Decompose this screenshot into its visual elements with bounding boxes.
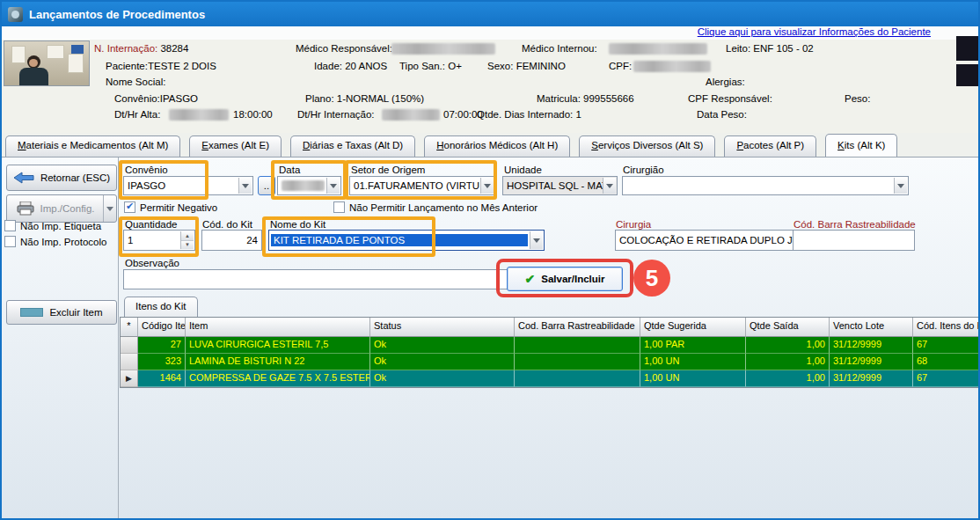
nao-imp-protocolo-checkbox[interactable]: Não Imp. Protocolo <box>4 236 106 247</box>
check-icon: ✔ <box>525 272 536 286</box>
nao-permitir-mes-checkbox[interactable]: Não Permitir Lançamento no Mês Anterior <box>333 201 538 213</box>
sexo: Sexo: FEMININO <box>487 61 566 71</box>
nao-imp-etiqueta-checkbox[interactable]: Não Imp. Etiqueta <box>4 220 101 231</box>
grid-column-header[interactable]: Item <box>186 318 370 337</box>
convenio-combo[interactable]: IPASGO <box>123 176 253 195</box>
matricula: Matricula: 999555666 <box>537 93 634 104</box>
photo-person-face <box>29 59 38 67</box>
photo-person-body <box>19 68 48 86</box>
cod-barra-label: Cód. Barra Rastreabilidade <box>794 219 916 230</box>
quantidade-stepper[interactable]: 1 ▲▼ <box>123 230 195 251</box>
window: Lançamentos de Procedimentos Clique aqui… <box>0 0 980 520</box>
cpf-label: CPF: <box>609 61 632 71</box>
data-label: Data <box>279 165 300 175</box>
imprimir-dropdown[interactable] <box>103 195 116 222</box>
row-selector-arrow[interactable]: ▶ <box>121 370 138 387</box>
tab-honor-rios-m-dicos-alt-h[interactable]: Honorários Médicos (Alt H) <box>424 135 570 157</box>
cpf-responsavel-label: CPF Responsável: <box>688 93 772 104</box>
grid-column-header[interactable]: Cod. Barra Rastreabilidade <box>515 318 640 337</box>
redacted-dthr-internacao <box>382 109 440 121</box>
stepper-arrows[interactable]: ▲▼ <box>180 231 194 249</box>
grid-selector-header[interactable]: * <box>121 318 138 337</box>
cell-qtde_saida: 1,00 <box>746 370 830 387</box>
tab-exames-alt-e[interactable]: Exames (Alt E) <box>189 135 282 157</box>
tab-materiais-e-medicamentos-alt-m[interactable]: Materiais e Medicamentos (Alt M) <box>5 135 180 157</box>
table-row[interactable]: 27LUVA CIRURGICA ESTERIL 7,5Ok1,00 PAR1,… <box>121 337 980 354</box>
cell-status: Ok <box>370 354 515 370</box>
n-internacao: N. Internação: 38284 <box>94 43 188 54</box>
excluir-item-button[interactable]: Excluir Item <box>6 300 117 325</box>
chevron-down-icon[interactable] <box>326 178 340 194</box>
redacted-dthr-alta <box>169 109 229 121</box>
grid-header-row: *Código ItemItemStatusCod. Barra Rastrea… <box>121 318 980 337</box>
cod-barra-input[interactable] <box>793 230 915 251</box>
salvar-incluir-button[interactable]: ✔ Salvar/Incluir <box>507 267 623 291</box>
quantidade-label: Quantidade <box>125 219 177 230</box>
titlebar: Lançamentos de Procedimentos <box>2 2 978 26</box>
dthr-alta-label: Dt/Hr Alta: <box>114 109 160 120</box>
patient-info-link[interactable]: Clique aqui para visualizar Informações … <box>698 26 931 37</box>
cell-qtde_saida: 1,00 <box>746 354 830 370</box>
grid-column-header[interactable]: Qtde Sugerida <box>640 318 746 337</box>
qtde-dias-internado: Qtde. Dias Internado: 1 <box>477 109 581 120</box>
chevron-down-icon[interactable] <box>480 178 494 194</box>
itens-do-kit-grid: *Código ItemItemStatusCod. Barra Rastrea… <box>120 317 980 388</box>
leito: Leito: ENF 105 - 02 <box>726 43 814 54</box>
cirurgia-label: Cirurgia <box>616 219 651 230</box>
app-icon <box>8 7 23 22</box>
cell-status: Ok <box>370 337 515 354</box>
browse-button[interactable]: .. <box>258 176 275 195</box>
cell-vencto_lote: 31/12/9999 <box>830 354 913 370</box>
cell-qtde_sugerida: 1,00 UN <box>640 370 746 387</box>
grid-column-header[interactable]: Código Item <box>138 318 186 337</box>
table-row[interactable]: 323LAMINA DE BISTURI N 22Ok1,00 UN1,0031… <box>121 354 980 370</box>
chevron-down-icon[interactable] <box>530 231 543 249</box>
redacted-medico-responsavel <box>391 43 495 55</box>
row-selector[interactable] <box>121 337 138 354</box>
permitir-negativo-checkbox[interactable]: Permitir Negativo <box>124 201 217 213</box>
data-combo[interactable] <box>277 176 341 195</box>
cod-kit-input[interactable]: 24 <box>201 230 262 251</box>
tab-kits-alt-k[interactable]: Kits (Alt K) <box>825 134 897 157</box>
grid-column-header[interactable]: Status <box>370 318 515 337</box>
grid-column-header[interactable]: Vencto Lote <box>830 318 913 337</box>
cell-cod_itens: 68 <box>913 354 980 370</box>
unidade-label: Unidade <box>504 165 542 175</box>
nome-kit-label: Nome do Kit <box>270 219 325 230</box>
photo-paper <box>11 46 26 63</box>
unidade-combo[interactable]: HOSPITAL SQL - MATR <box>502 176 618 195</box>
row-selector[interactable] <box>121 354 138 370</box>
redacted-data-value <box>282 180 325 191</box>
cell-qtde_sugerida: 1,00 UN <box>640 354 746 370</box>
cell-item: COMPRESSA DE GAZE 7.5 X 7.5 ESTERIL <box>186 370 370 387</box>
chevron-down-icon <box>603 178 616 194</box>
cell-item: LUVA CIRURGICA ESTERIL 7,5 <box>186 337 370 354</box>
tab-pacotes-alt-p[interactable]: Pacotes (Alt P) <box>724 135 816 157</box>
tab-itens-do-kit[interactable]: Itens do Kit <box>124 297 198 317</box>
imprimir-config-button[interactable]: Imp./Config. <box>6 194 117 223</box>
retornar-button[interactable]: Retornar (ESC) <box>6 165 117 191</box>
tab-servi-os-diversos-alt-s[interactable]: Serviços Diversos (Alt S) <box>579 135 715 157</box>
grid-column-header[interactable]: Qtde Saída <box>746 318 830 337</box>
chevron-down-icon[interactable] <box>238 178 252 194</box>
cell-codigo: 27 <box>138 337 186 354</box>
step-badge: 5 <box>633 260 670 297</box>
cell-qtde_sugerida: 1,00 PAR <box>640 337 746 354</box>
setor-origem-combo[interactable]: 01.FATURAMENTO (VIRTU <box>349 176 495 195</box>
cirurgiao-combo[interactable] <box>622 176 909 195</box>
cell-status: Ok <box>370 370 515 387</box>
nome-kit-combo[interactable]: KIT RETIRADA DE PONTOS <box>268 230 545 251</box>
medico-internou-label: Médico Internou: <box>522 43 597 54</box>
tabstrip: Materiais e Medicamentos (Alt M)Exames (… <box>5 134 978 157</box>
alergias-label: Alergias: <box>706 77 745 87</box>
cell-vencto_lote: 31/12/9999 <box>830 370 913 387</box>
back-arrow-icon <box>13 172 34 184</box>
photo-paper <box>47 45 64 59</box>
table-row[interactable]: ▶1464COMPRESSA DE GAZE 7.5 X 7.5 ESTERIL… <box>121 370 980 387</box>
cod-kit-label: Cód. do Kit <box>202 219 252 230</box>
grid-column-header[interactable]: Cód. Itens do K <box>913 318 980 337</box>
cell-cod_barra <box>515 354 640 370</box>
chevron-down-icon[interactable] <box>894 178 907 194</box>
tab-di-rias-e-taxas-alt-d[interactable]: Diárias e Taxas (Alt D) <box>290 135 415 157</box>
printer-icon <box>17 201 34 216</box>
